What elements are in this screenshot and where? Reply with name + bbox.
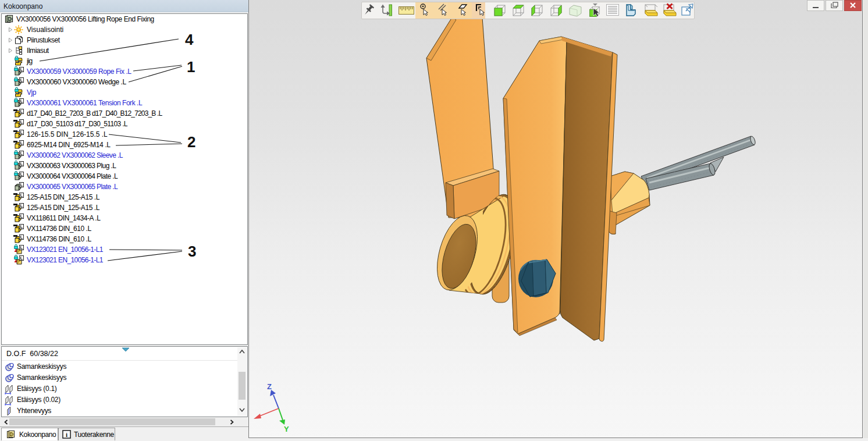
svg-text:Y: Y — [284, 425, 289, 433]
svg-text:Z: Z — [267, 382, 272, 391]
